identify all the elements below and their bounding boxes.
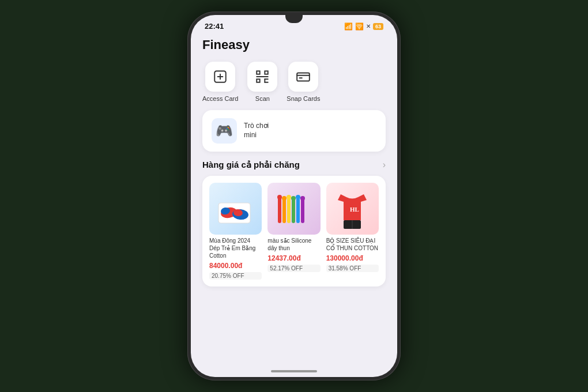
product-name-clothes: BỘ SIZE SIÊU ĐẠI CỔ THUN COTTON <box>326 237 379 252</box>
status-icons: 📶 🛜 ✕ 63 <box>344 22 383 31</box>
scan-icon <box>255 69 270 84</box>
mini-game-icon-box: 🎮 <box>212 118 237 144</box>
product-price-clothes: 130000.00đ <box>326 254 379 262</box>
svg-rect-23 <box>301 198 304 223</box>
product-name-shoes: Mùa Đông 2024 Dép Trẻ Em Bằng Cotton <box>209 237 262 259</box>
snap-cards-action[interactable]: Snap Cards <box>287 62 320 102</box>
tools-svg <box>271 186 317 232</box>
product-price-tools: 12437.00đ <box>267 254 320 262</box>
gamepad-icon: 🎮 <box>216 123 233 139</box>
bottom-bar <box>191 365 397 377</box>
section-header: Hàng giá cả phải chăng › <box>202 160 386 170</box>
svg-text:HL: HL <box>350 206 359 213</box>
svg-rect-4 <box>265 71 268 74</box>
app-content: Fineasy Access Card <box>191 33 397 365</box>
product-item-shoes[interactable]: Mùa Đông 2024 Dép Trẻ Em Bằng Cotton 840… <box>209 183 262 280</box>
mini-game-label: Trò chơi mini <box>244 122 269 140</box>
product-image-clothes: HL <box>326 183 379 235</box>
status-bar: 22:41 📶 🛜 ✕ 63 <box>191 15 397 33</box>
status-time: 22:41 <box>205 22 224 31</box>
scan-icon-box <box>247 62 277 92</box>
access-card-icon-box <box>205 62 235 92</box>
products-container: Mùa Đông 2024 Dép Trẻ Em Bằng Cotton 840… <box>202 176 386 287</box>
product-item-clothes[interactable]: HL BỘ SIZE SIÊU ĐẠI CỔ THUN COTTON 13000… <box>326 183 379 280</box>
product-name-tools: màu sắc Silicone dây thun <box>267 237 320 252</box>
svg-point-24 <box>277 195 282 199</box>
access-card-icon <box>213 69 228 84</box>
mini-game-card[interactable]: 🎮 Trò chơi mini <box>202 110 386 152</box>
svg-rect-22 <box>296 197 300 223</box>
phone-frame: 22:41 📶 🛜 ✕ 63 Fineasy <box>187 12 401 380</box>
phone-screen: 22:41 📶 🛜 ✕ 63 Fineasy <box>191 15 397 377</box>
svg-rect-19 <box>282 198 286 223</box>
svg-rect-18 <box>278 197 281 223</box>
product-discount-clothes: 31.58% OFF <box>326 265 379 272</box>
battery-badge: 63 <box>373 23 383 30</box>
snap-cards-label: Snap Cards <box>287 95 320 102</box>
product-image-shoes <box>209 183 262 235</box>
svg-rect-3 <box>257 71 260 74</box>
svg-rect-10 <box>297 73 310 81</box>
scan-label: Scan <box>255 95 270 102</box>
clothes-svg: HL <box>329 186 375 232</box>
chevron-right-icon[interactable]: › <box>383 160 386 170</box>
app-title: Fineasy <box>202 37 386 52</box>
product-item-tools[interactable]: màu sắc Silicone dây thun 12437.00đ 52.1… <box>267 183 320 280</box>
svg-rect-21 <box>292 198 295 223</box>
access-card-action[interactable]: Access Card <box>202 62 238 102</box>
products-grid: Mùa Đông 2024 Dép Trẻ Em Bằng Cotton 840… <box>209 183 379 280</box>
scan-action[interactable]: Scan <box>247 62 277 102</box>
product-discount-shoes: 20.75% OFF <box>209 272 262 280</box>
sim-x-icon: ✕ <box>366 23 371 29</box>
shoes-svg <box>213 186 259 232</box>
product-discount-tools: 52.17% OFF <box>267 265 320 272</box>
svg-rect-20 <box>287 197 291 223</box>
svg-point-28 <box>296 195 300 199</box>
quick-actions: Access Card Scan <box>202 62 386 102</box>
svg-point-25 <box>282 196 287 201</box>
snap-cards-icon <box>296 69 311 84</box>
snap-cards-icon-box <box>288 62 318 92</box>
home-indicator <box>271 370 317 372</box>
svg-point-27 <box>291 196 296 201</box>
svg-point-29 <box>300 196 305 201</box>
product-price-shoes: 84000.00đ <box>209 262 262 270</box>
section-title: Hàng giá cả phải chăng <box>202 160 300 170</box>
product-image-tools <box>267 183 320 235</box>
access-card-label: Access Card <box>202 95 238 102</box>
svg-rect-5 <box>257 79 260 82</box>
svg-point-26 <box>287 195 291 199</box>
signal-icon: 📶 <box>344 22 353 31</box>
wifi-icon: 🛜 <box>355 22 364 31</box>
